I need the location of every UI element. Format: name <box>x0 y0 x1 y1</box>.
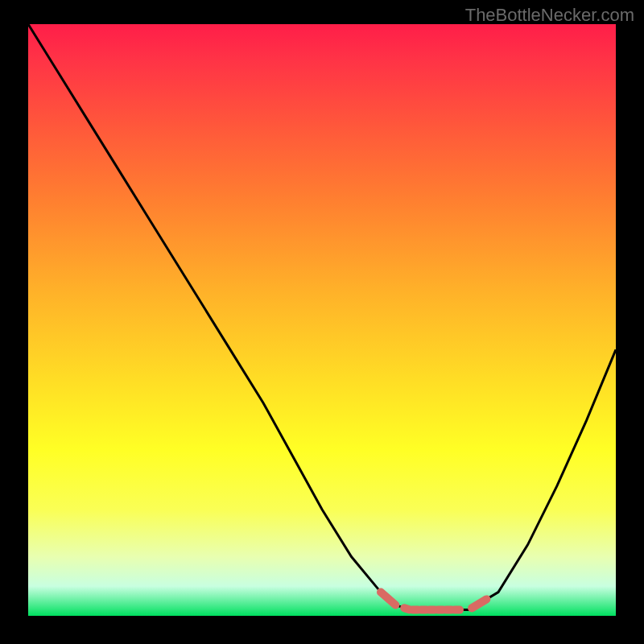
highlight-marker-middle <box>404 608 460 609</box>
bottleneck-curve-line <box>28 24 616 610</box>
chart-svg <box>28 24 616 616</box>
watermark-text: TheBottleNecker.com <box>465 5 634 26</box>
highlight-marker-right <box>472 599 486 608</box>
highlight-marker-left <box>381 592 395 605</box>
chart-plot-area <box>28 24 616 616</box>
